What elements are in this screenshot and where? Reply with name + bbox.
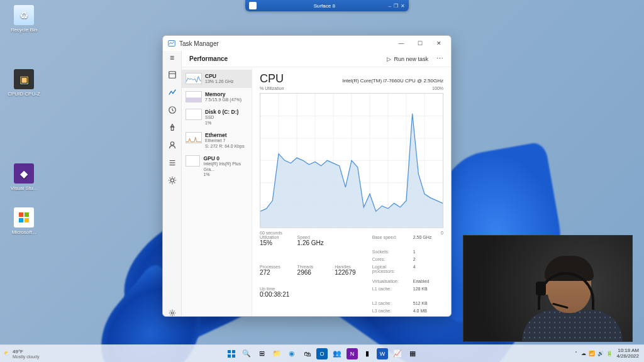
page-title: Performance xyxy=(189,55,383,62)
chip-icon: ▣ xyxy=(14,69,34,89)
run-icon: ▷ xyxy=(387,56,391,62)
rail-processes[interactable] xyxy=(167,70,177,80)
rail-app-history[interactable] xyxy=(167,105,177,115)
teams-button[interactable]: 👥 xyxy=(331,348,343,359)
battery-icon[interactable]: 🔋 xyxy=(606,351,613,356)
close-button[interactable]: ✕ xyxy=(430,36,448,51)
svg-point-14 xyxy=(171,312,174,314)
desktop-icon-cpuz[interactable]: ▣ CPUID CPU-Z xyxy=(5,69,43,97)
stat-label: Base speed: xyxy=(372,235,397,239)
stat-label: L3 cache: xyxy=(372,309,391,313)
app-pin[interactable]: ▦ xyxy=(407,348,418,359)
sidebar-item-sub2: 1% xyxy=(203,172,248,177)
start-button[interactable] xyxy=(226,348,237,359)
stat-label: Speed xyxy=(297,235,331,239)
remote-max[interactable]: ❐ xyxy=(394,3,398,9)
wifi-icon[interactable]: 📶 xyxy=(589,351,595,356)
desktop-icon-label: Microsoft... xyxy=(5,229,43,235)
onenote-button[interactable]: N xyxy=(347,348,358,359)
cpu-model: Intel(R) Core(TM) i7-7660U CPU @ 2.50GHz xyxy=(342,78,443,84)
rail-users[interactable] xyxy=(167,140,177,150)
titlebar[interactable]: Task Manager — ☐ ✕ xyxy=(163,36,451,51)
svg-rect-3 xyxy=(25,218,29,222)
task-manager-window[interactable]: Task Manager — ☐ ✕ ≡ Performance ▷ Run n… xyxy=(162,35,452,317)
remote-window-controls: – ❐ ✕ xyxy=(389,3,405,9)
tray-chevron[interactable]: ˄ xyxy=(575,351,577,356)
chart-xright: 0 xyxy=(441,231,443,235)
svg-rect-8 xyxy=(171,127,174,130)
hamburger-button[interactable]: ≡ xyxy=(170,53,174,62)
remote-min[interactable]: – xyxy=(389,3,391,9)
stat-value: 122679 xyxy=(335,269,369,276)
rail-settings[interactable] xyxy=(167,308,177,317)
desktop-icon-ms[interactable]: Microsoft... xyxy=(5,207,43,235)
stat-value-sm: 128 KB xyxy=(413,287,428,291)
sidebar-item-gpu[interactable]: GPU 0Intel(R) Iris(R) Plus Gra...1% xyxy=(182,152,252,180)
stat-value-sm: 512 KB xyxy=(413,301,428,305)
remote-app-bar[interactable]: Surface 8 – ❐ ✕ xyxy=(245,0,409,11)
svg-point-13 xyxy=(170,178,174,182)
more-button[interactable]: ⋯ xyxy=(435,55,445,63)
chart-ymax: 100% xyxy=(432,86,443,90)
weather-desc: Mostly cloudy xyxy=(13,354,39,359)
cpu-stats: Utilization15% Speed1.26 GHz Base speed:… xyxy=(260,235,443,313)
task-manager-pin[interactable]: 📈 xyxy=(392,348,403,359)
clock-date: 4/28/2022 xyxy=(616,354,639,359)
taskbar-center: 🔍 ⊞ 📁 ◉ 🛍 O 👥 N ▮ W 📈 ▦ xyxy=(226,348,418,359)
sidebar-item-sub: 13% 1.26 GHz xyxy=(205,79,234,84)
run-new-task-label: Run new task xyxy=(394,56,428,62)
stat-value: 0:00:38:21 xyxy=(260,291,369,298)
desktop-icon-label: Recycle Bin xyxy=(5,27,43,33)
desktop-icon-vs[interactable]: ◆ Visual Stu... xyxy=(5,163,43,191)
disk-sparkline xyxy=(186,109,202,120)
taskbar-tray[interactable]: ˄ ☁ 📶 🔊 🔋 10:18 AM 4/28/2022 xyxy=(575,348,639,359)
desktop-icon-label: CPUID CPU-Z xyxy=(5,91,43,97)
sidebar-item-label: GPU 0 xyxy=(203,155,248,162)
sidebar-item-memory[interactable]: Memory7.5/15.9 GB (47%) xyxy=(182,88,252,106)
rail-startup[interactable] xyxy=(167,123,177,133)
run-new-task-button[interactable]: ▷ Run new task xyxy=(383,55,432,63)
sidebar-item-ethernet[interactable]: EthernetEthernet 7S: 272 R: 64.0 Kbps xyxy=(182,129,252,152)
sidebar-item-disk[interactable]: Disk 0 (C: D:)SSD1% xyxy=(182,106,252,129)
remote-close[interactable]: ✕ xyxy=(401,3,405,9)
rail-performance[interactable] xyxy=(167,87,177,97)
sidebar-item-sub: 7.5/15.9 GB (47%) xyxy=(205,97,242,102)
taskbar-weather[interactable]: ⛅ 49°F Mostly cloudy xyxy=(4,349,39,359)
sidebar-item-label: Memory xyxy=(205,91,242,97)
stat-label: Virtualisation: xyxy=(372,279,399,283)
taskbar-clock[interactable]: 10:18 AM 4/28/2022 xyxy=(616,348,639,359)
word-button[interactable]: W xyxy=(377,348,388,359)
outlook-button[interactable]: O xyxy=(316,348,328,359)
minimize-button[interactable]: — xyxy=(392,36,411,51)
stat-value-sm: 4.0 MB xyxy=(413,309,427,313)
stat-label: L1 cache: xyxy=(372,287,391,291)
stat-value: 2966 xyxy=(297,269,331,276)
explorer-button[interactable]: 📁 xyxy=(271,348,282,359)
cpu-chart[interactable] xyxy=(260,93,443,228)
perf-sidebar: CPU13% 1.26 GHz Memory7.5/15.9 GB (47%) … xyxy=(182,67,252,317)
desktop-icon-recycle-bin[interactable]: ♻ Recycle Bin xyxy=(5,5,43,33)
taskbar[interactable]: ⛅ 49°F Mostly cloudy 🔍 ⊞ 📁 ◉ 🛍 O 👥 N ▮ W… xyxy=(0,344,644,362)
rail-details[interactable] xyxy=(167,158,177,168)
maximize-button[interactable]: ☐ xyxy=(411,36,430,51)
svg-rect-33 xyxy=(232,354,235,358)
cpu-sparkline xyxy=(186,73,202,84)
onedrive-icon[interactable]: ☁ xyxy=(581,351,586,356)
stat-value: 272 xyxy=(260,269,294,276)
stat-label: Sockets: xyxy=(372,250,389,254)
sidebar-item-sub2: S: 272 R: 64.0 Kbps xyxy=(205,144,245,149)
stat-label: L2 cache: xyxy=(372,301,391,305)
svg-rect-31 xyxy=(232,350,235,353)
rail-services[interactable] xyxy=(167,175,177,185)
store-button[interactable]: 🛍 xyxy=(301,348,313,359)
edge-button[interactable]: ◉ xyxy=(286,348,297,359)
svg-rect-2 xyxy=(19,218,23,222)
terminal-button[interactable]: ▮ xyxy=(362,348,373,359)
sidebar-item-cpu[interactable]: CPU13% 1.26 GHz xyxy=(182,70,252,88)
task-view-button[interactable]: ⊞ xyxy=(256,348,267,359)
weather-temp: 49°F xyxy=(13,349,39,354)
svg-point-9 xyxy=(170,142,174,145)
volume-icon[interactable]: 🔊 xyxy=(597,351,604,356)
search-button[interactable]: 🔍 xyxy=(241,348,252,359)
stat-label: Up time xyxy=(260,287,369,291)
